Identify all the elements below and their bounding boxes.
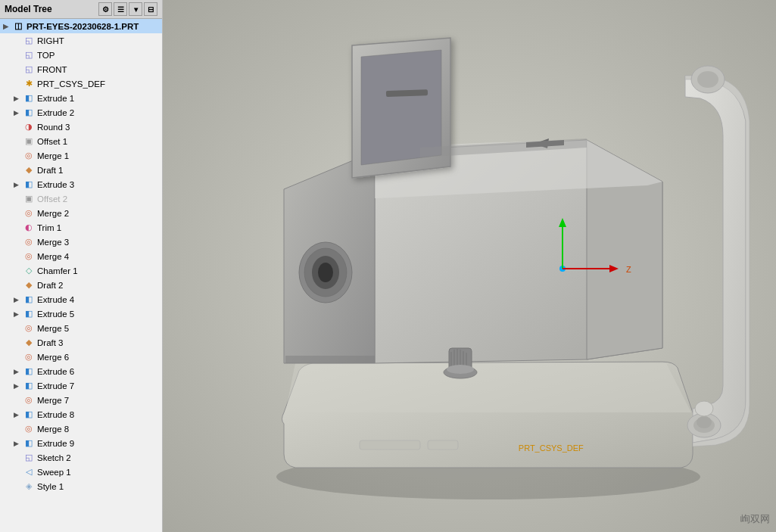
tree-item-extrude7[interactable]: ▶ ◧ Extrude 7 bbox=[0, 378, 162, 393]
tree-item-trim1[interactable]: ◐ Trim 1 bbox=[0, 220, 162, 235]
item-label-style1: Style 1 bbox=[37, 482, 64, 491]
tree-item-sketch2[interactable]: ◱ Sketch 2 bbox=[0, 450, 162, 465]
item-label-merge3: Merge 3 bbox=[37, 238, 69, 247]
item-icon-extrude: ◧ bbox=[23, 92, 35, 104]
item-icon-plane: ◱ bbox=[23, 49, 35, 61]
tree-item-offset2[interactable]: ▣ Offset 2 bbox=[0, 191, 162, 206]
item-icon-sketch: ◱ bbox=[23, 452, 35, 464]
item-icon-extrude: ◧ bbox=[23, 409, 35, 421]
item-icon-merge: ◎ bbox=[23, 236, 35, 248]
tree-item-merge2[interactable]: ◎ Merge 2 bbox=[0, 206, 162, 220]
item-label-extrude3: Extrude 3 bbox=[37, 180, 74, 189]
svg-point-17 bbox=[447, 365, 474, 374]
svg-point-22 bbox=[697, 416, 712, 428]
item-label-round3: Round 3 bbox=[37, 123, 70, 132]
tree-item-draft1[interactable]: ◆ Draft 1 bbox=[0, 163, 162, 177]
tree-item-sweep1[interactable]: ◁ Sweep 1 bbox=[0, 465, 162, 479]
tree-item-extrude4[interactable]: ▶ ◧ Extrude 4 bbox=[0, 292, 162, 306]
tree-item-merge5[interactable]: ◎ Merge 5 bbox=[0, 321, 162, 335]
tree-item-draft3[interactable]: ◆ Draft 3 bbox=[0, 335, 162, 350]
tree-item-offset1[interactable]: ▣ Offset 1 bbox=[0, 134, 162, 148]
expand-arrow[interactable]: ▶ bbox=[14, 382, 23, 390]
svg-rect-3 bbox=[428, 440, 458, 450]
tree-item-extrude8[interactable]: ▶ ◧ Extrude 8 bbox=[0, 407, 162, 422]
tree-item-merge3[interactable]: ◎ Merge 3 bbox=[0, 235, 162, 249]
item-icon-draft: ◆ bbox=[23, 337, 35, 349]
tree-item-merge7[interactable]: ◎ Merge 7 bbox=[0, 393, 162, 407]
item-label-extrude5: Extrude 5 bbox=[37, 310, 74, 319]
item-label-extrude7: Extrude 7 bbox=[37, 381, 74, 390]
tree-item-draft2[interactable]: ◆ Draft 2 bbox=[0, 278, 162, 292]
toolbar-filter-btn[interactable]: ⊟ bbox=[144, 2, 157, 16]
expand-arrow[interactable]: ▶ bbox=[14, 95, 23, 102]
tree-item-merge1[interactable]: ◎ Merge 1 bbox=[0, 148, 162, 163]
item-icon-style: ◈ bbox=[23, 481, 35, 493]
item-icon-draft: ◆ bbox=[23, 279, 35, 291]
tree-item-extrude2[interactable]: ▶ ◧ Extrude 2 bbox=[0, 105, 162, 120]
item-label-extrude1: Extrude 1 bbox=[37, 94, 74, 103]
svg-text:Z: Z bbox=[626, 265, 631, 274]
item-icon-extrude: ◧ bbox=[23, 366, 35, 378]
tree-item-extrude3[interactable]: ▶ ◧ Extrude 3 bbox=[0, 177, 162, 191]
item-label-sweep1: Sweep 1 bbox=[37, 468, 71, 477]
expand-arrow[interactable]: ▶ bbox=[14, 440, 23, 447]
toolbar-settings-btn[interactable]: ⚙ bbox=[98, 2, 112, 16]
item-label-draft2: Draft 2 bbox=[37, 281, 64, 290]
item-label-right: RIGHT bbox=[37, 36, 64, 45]
expand-arrow[interactable]: ▶ bbox=[14, 296, 23, 303]
tree-item-right[interactable]: ◱ RIGHT bbox=[0, 33, 162, 48]
item-icon-merge: ◎ bbox=[23, 394, 35, 406]
svg-point-8 bbox=[318, 263, 333, 282]
tree-item-root[interactable]: ▶ ◫ PRT-EYES-20230628-1.PRT bbox=[0, 19, 162, 33]
tree-item-merge8[interactable]: ◎ Merge 8 bbox=[0, 422, 162, 436]
toolbar-list-btn[interactable]: ☰ bbox=[114, 2, 127, 16]
tree-item-merge6[interactable]: ◎ Merge 6 bbox=[0, 350, 162, 364]
item-label-top: TOP bbox=[37, 51, 55, 60]
expand-arrow[interactable]: ▶ bbox=[14, 310, 23, 318]
item-icon-extrude: ◧ bbox=[23, 437, 35, 450]
tree-item-top[interactable]: ◱ TOP bbox=[0, 48, 162, 62]
3d-viewport[interactable]: Z PRT_CSYS_DEF 峋双网 bbox=[163, 0, 776, 532]
tree-item-front[interactable]: ◱ FRONT bbox=[0, 62, 162, 76]
tree-item-extrude5[interactable]: ▶ ◧ Extrude 5 bbox=[0, 306, 162, 321]
item-label-root: PRT-EYES-20230628-1.PRT bbox=[26, 22, 139, 31]
model-tree-scroll[interactable]: ▶ ◫ PRT-EYES-20230628-1.PRT ◱ RIGHT ◱ TO… bbox=[0, 19, 162, 532]
model-tree-title: Model Tree bbox=[5, 4, 52, 14]
item-icon-extrude: ◧ bbox=[23, 294, 35, 306]
toolbar-arrow-btn[interactable]: ▾ bbox=[129, 2, 142, 16]
item-label-front: FRONT bbox=[37, 65, 67, 74]
item-icon-extrude: ◧ bbox=[23, 308, 35, 320]
item-icon-offset: ▣ bbox=[23, 135, 35, 148]
item-label-trim1: Trim 1 bbox=[37, 223, 61, 232]
item-icon-csys: ✱ bbox=[23, 78, 35, 90]
item-label-merge6: Merge 6 bbox=[37, 353, 69, 362]
item-icon-extrude: ◧ bbox=[23, 380, 35, 392]
tree-item-prt_csys_def[interactable]: ✱ PRT_CSYS_DEF bbox=[0, 76, 162, 91]
item-icon-plane: ◱ bbox=[23, 35, 35, 47]
item-icon-merge: ◎ bbox=[23, 207, 35, 219]
item-label-extrude8: Extrude 8 bbox=[37, 410, 74, 419]
expand-arrow[interactable]: ▶ bbox=[14, 109, 23, 117]
tree-item-round3[interactable]: ◑ Round 3 bbox=[0, 120, 162, 134]
tree-item-chamfer1[interactable]: ◇ Chamfer 1 bbox=[0, 263, 162, 278]
tree-item-style1[interactable]: ◈ Style 1 bbox=[0, 479, 162, 493]
tree-item-extrude1[interactable]: ▶ ◧ Extrude 1 bbox=[0, 91, 162, 105]
item-label-merge4: Merge 4 bbox=[37, 252, 69, 261]
item-icon-merge: ◎ bbox=[23, 423, 35, 435]
expand-arrow[interactable]: ▶ bbox=[14, 411, 23, 418]
item-label-extrude9: Extrude 9 bbox=[37, 439, 74, 448]
expand-arrow[interactable]: ▶ bbox=[3, 23, 12, 30]
item-icon-trim: ◐ bbox=[23, 222, 35, 234]
expand-arrow[interactable]: ▶ bbox=[14, 181, 23, 188]
expand-arrow[interactable]: ▶ bbox=[14, 368, 23, 375]
tree-item-merge4[interactable]: ◎ Merge 4 bbox=[0, 249, 162, 263]
item-icon-round: ◑ bbox=[23, 121, 35, 133]
model-tree-header: Model Tree ⚙ ☰ ▾ ⊟ bbox=[0, 0, 162, 19]
item-icon-chamfer: ◇ bbox=[23, 265, 35, 277]
item-label-merge2: Merge 2 bbox=[37, 209, 69, 218]
item-icon-draft: ◆ bbox=[23, 164, 35, 176]
item-label-merge8: Merge 8 bbox=[37, 425, 69, 434]
tree-item-extrude9[interactable]: ▶ ◧ Extrude 9 bbox=[0, 436, 162, 450]
tree-item-extrude6[interactable]: ▶ ◧ Extrude 6 bbox=[0, 364, 162, 378]
item-icon-extrude: ◧ bbox=[23, 107, 35, 119]
